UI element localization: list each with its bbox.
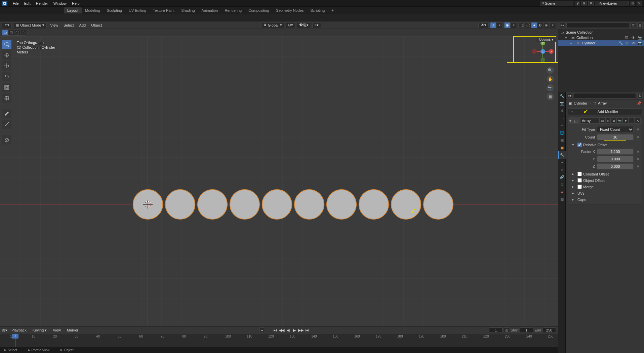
3d-viewport[interactable]: Top Orthographic (1) Collection | Cylind…: [0, 36, 558, 326]
shading-material-icon[interactable]: ◐: [537, 23, 544, 28]
tool-scale[interactable]: [2, 83, 11, 92]
menu-select[interactable]: Select: [62, 23, 76, 28]
tool-transform[interactable]: [2, 93, 11, 103]
breadcrumb-object[interactable]: Cylinder: [574, 101, 587, 105]
scene-name-input[interactable]: [545, 1, 572, 5]
ptab-texture-icon[interactable]: ▩: [558, 196, 566, 203]
ptab-constraints-icon[interactable]: 🔗: [558, 173, 566, 181]
tab-modeling[interactable]: Modeling: [82, 7, 104, 13]
outliner-object-cylinder[interactable]: ▸ ▽ Cylinder 🔧 ▽ 👁 📷: [558, 40, 644, 46]
menu-window[interactable]: Window: [51, 1, 69, 6]
pivot-selector[interactable]: ⊙▾: [286, 22, 295, 28]
ptab-world-icon[interactable]: 🌐: [558, 129, 566, 136]
autokey-toggle[interactable]: ●: [259, 327, 265, 333]
start-frame[interactable]: 1: [520, 327, 533, 333]
ptab-object-icon[interactable]: ▣: [558, 144, 566, 151]
ptab-viewlayer-icon[interactable]: ▭: [558, 114, 566, 122]
scene-selector[interactable]: ☀: [540, 1, 573, 6]
tool-rotate[interactable]: [2, 72, 11, 81]
render-icon[interactable]: 📷: [637, 41, 643, 45]
viewlayer-selector[interactable]: ▭: [595, 1, 629, 6]
select-tweak-icon[interactable]: ▭: [2, 30, 8, 36]
menu-add[interactable]: Add: [77, 23, 88, 28]
expand-toggle-icon[interactable]: ▸: [570, 41, 574, 45]
mod-extras-icon[interactable]: ⋮: [629, 118, 634, 123]
play-icon[interactable]: ▶: [291, 327, 297, 333]
properties-options-icon[interactable]: ⚙: [637, 93, 643, 99]
tool-measure[interactable]: [2, 120, 11, 129]
timeline-marker[interactable]: Marker: [65, 327, 80, 333]
object-offset-header[interactable]: ▸Object Offset: [571, 177, 639, 184]
overlay-toggle[interactable]: ◉▾: [504, 22, 517, 28]
zoom-icon[interactable]: 🔍: [547, 67, 554, 74]
merge-checkbox[interactable]: [577, 185, 582, 189]
tool-cursor[interactable]: [2, 50, 11, 60]
shading-dropdown-icon[interactable]: ▾: [550, 23, 556, 28]
timeline-track[interactable]: 1 11020304050607080901001101201301401501…: [0, 334, 558, 347]
menu-view[interactable]: View: [48, 23, 60, 28]
ptab-material-icon[interactable]: ●: [558, 188, 566, 196]
timeline-playback[interactable]: Playback: [9, 327, 29, 333]
tool-annotate[interactable]: [2, 109, 11, 118]
outliner-filter-icon[interactable]: ▽: [631, 23, 636, 28]
tab-compositing[interactable]: Compositing: [245, 7, 272, 13]
tool-move[interactable]: [2, 61, 11, 71]
new-scene-icon[interactable]: ⎘: [581, 1, 587, 6]
tool-add-primitive[interactable]: [2, 135, 11, 145]
overlay-icon[interactable]: ◉: [505, 23, 511, 28]
render-icon[interactable]: 📷: [637, 36, 643, 40]
fit-type-select[interactable]: Fixed Count: [597, 126, 634, 133]
merge-header[interactable]: ▸Merge: [571, 184, 639, 190]
frame-lock-icon[interactable]: ◎: [504, 327, 509, 333]
outliner-search[interactable]: [566, 23, 629, 28]
gizmo-icon[interactable]: ⊹: [490, 23, 496, 28]
anim-dot-icon[interactable]: [637, 128, 639, 130]
mod-realtime-icon[interactable]: 🖥: [611, 118, 616, 123]
tab-sculpting[interactable]: Sculpting: [104, 7, 125, 13]
new-viewlayer-icon[interactable]: ⎘: [630, 1, 635, 6]
delete-scene-icon[interactable]: ✕: [588, 1, 594, 6]
pin-icon[interactable]: 📌: [637, 101, 641, 106]
snap-toggle[interactable]: �磁▾: [297, 22, 311, 28]
collapse-toggle-icon[interactable]: ▾: [572, 143, 576, 147]
outliner-editor-type-icon[interactable]: ≡▾: [560, 23, 565, 28]
prev-key-icon[interactable]: ◀◀: [279, 327, 285, 333]
camera-view-icon[interactable]: 📷: [547, 84, 554, 91]
count-input[interactable]: 10: [597, 134, 634, 140]
timeline-editor-type-icon[interactable]: ◷▾: [2, 328, 7, 332]
relative-offset-checkbox[interactable]: [577, 143, 582, 147]
viewport-options-dropdown[interactable]: Options ▾: [536, 37, 556, 42]
tab-layout[interactable]: Layout: [64, 7, 82, 13]
anim-dot-icon[interactable]: [637, 136, 639, 138]
proportional-toggle[interactable]: ○▾: [312, 22, 321, 28]
constant-offset-checkbox[interactable]: [577, 172, 582, 176]
tab-texture-paint[interactable]: Texture Paint: [150, 7, 178, 13]
factor-y-input[interactable]: 0.000: [597, 156, 634, 162]
modifier-name-input[interactable]: Array: [580, 118, 599, 123]
constant-offset-header[interactable]: ▸Constant Offset: [571, 171, 639, 177]
tab-geometry-nodes[interactable]: Geometry Nodes: [272, 7, 307, 13]
timeline-keying[interactable]: Keying ▾: [31, 327, 49, 333]
menu-edit[interactable]: Edit: [22, 1, 33, 6]
mod-editmode-icon[interactable]: ▥: [605, 118, 611, 123]
anim-dot-icon[interactable]: [637, 165, 639, 167]
pin-scene-icon[interactable]: ⚲: [575, 1, 580, 6]
playhead[interactable]: 1: [15, 334, 15, 347]
mod-render-icon[interactable]: 📷: [617, 118, 622, 123]
properties-search[interactable]: [574, 93, 636, 99]
object-offset-checkbox[interactable]: [577, 178, 582, 183]
delete-viewlayer-icon[interactable]: ✕: [637, 1, 642, 6]
visibility-icon[interactable]: 👁: [631, 36, 636, 40]
tab-uv-editing[interactable]: UV Editing: [125, 7, 150, 13]
menu-file[interactable]: File: [10, 1, 22, 6]
outliner-collection[interactable]: ▾ ▭ Collection ☑ 👁 📷: [558, 35, 644, 40]
tab-scripting[interactable]: Scripting: [307, 7, 328, 13]
breadcrumb-modifier[interactable]: Array: [598, 101, 607, 105]
play-reverse-icon[interactable]: ◀: [285, 327, 291, 333]
tab-add-workspace[interactable]: +: [328, 7, 337, 13]
current-frame[interactable]: 1: [489, 327, 502, 333]
outliner-new-collection-icon[interactable]: ⊞: [637, 23, 643, 28]
uvs-header[interactable]: ▸UVs: [571, 190, 639, 196]
jump-start-icon[interactable]: ⏮: [272, 327, 278, 333]
collection-exclude-icon[interactable]: ☑: [624, 36, 629, 40]
